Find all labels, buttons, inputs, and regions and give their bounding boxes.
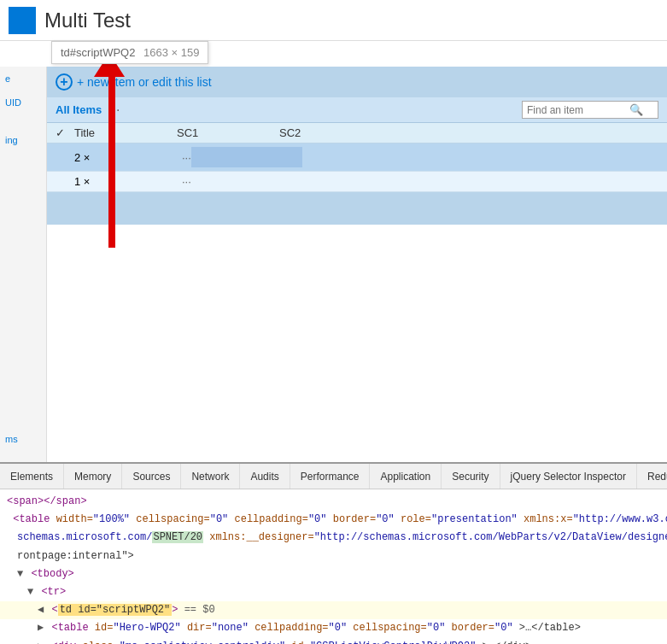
code-line-3: schemas.microsoft.com/SPNET/20 xmlns:__d…: [0, 529, 667, 547]
search-box[interactable]: 🔍: [522, 101, 658, 119]
tab-redux[interactable]: Redux: [637, 464, 667, 489]
plus-icon: +: [56, 73, 73, 91]
sp-toolbar: + + new item or edit this list: [47, 67, 667, 97]
tooltip-element-id: td#scriptWPQ2: [61, 46, 135, 59]
tab-elements[interactable]: Elements: [0, 464, 64, 489]
page-title: Multi Test: [44, 9, 131, 32]
row1-sc1-cell: [191, 147, 302, 167]
tab-performance[interactable]: Performance: [290, 464, 371, 489]
all-items-link[interactable]: All Items: [56, 103, 102, 116]
tab-audits[interactable]: Audits: [240, 464, 290, 489]
sidebar-item-uid[interactable]: UID: [0, 91, 46, 114]
code-line-6: ▼ <tr>: [0, 583, 667, 601]
sp-list-header: All Items ··· 🔍: [47, 97, 667, 123]
tab-sources[interactable]: Sources: [122, 464, 181, 489]
sidebar-item-e[interactable]: e: [0, 67, 46, 91]
element-tooltip: td#scriptWPQ2 1663 × 159: [51, 41, 208, 64]
sc1-col-header: SC1: [177, 126, 279, 139]
left-sidebar: e UID ing ms: [0, 67, 47, 468]
sidebar-item-blank2: [0, 152, 46, 166]
search-icon[interactable]: 🔍: [629, 103, 643, 116]
tab-application[interactable]: Application: [370, 464, 442, 489]
sidebar-item-ms[interactable]: ms: [0, 427, 23, 451]
sharepoint-content: + + new item or edit this list All Items…: [47, 67, 667, 225]
devtools-tabs: Elements Memory Sources Network Audits P…: [0, 464, 667, 489]
code-line-5: ▼ <tbody>: [0, 565, 667, 583]
tab-jquery[interactable]: jQuery Selector Inspector: [500, 464, 637, 489]
table-row[interactable]: 1 × ···: [47, 172, 667, 192]
row1-dots[interactable]: ···: [182, 151, 191, 164]
sidebar-item-blank1: [0, 114, 46, 128]
tooltip-dimensions: 1663 × 159: [143, 46, 199, 59]
row1-title: 2 ×: [74, 151, 177, 164]
sp-list-view: All Items ··· 🔍 ✓ Title SC1 SC2 2 × ··· …: [47, 97, 667, 192]
code-line-1: <span></span>: [0, 493, 667, 511]
top-bar: Multi Test: [0, 0, 667, 41]
tab-memory[interactable]: Memory: [64, 464, 122, 489]
row2-dots[interactable]: ···: [182, 175, 191, 188]
code-line-9: ▶ <div class="ms-csrlistview-controldiv"…: [0, 638, 667, 645]
tab-network[interactable]: Network: [181, 464, 240, 489]
new-item-button[interactable]: + + new item or edit this list: [56, 73, 212, 91]
app-icon: [9, 7, 36, 34]
search-input[interactable]: [527, 104, 629, 116]
devtools-panel: Elements Memory Sources Network Audits P…: [0, 462, 667, 644]
row2-title: 1 ×: [74, 175, 177, 188]
tab-security[interactable]: Security: [442, 464, 500, 489]
devtools-code-panel: <span></span> <table width="100%" cellsp…: [0, 489, 667, 644]
new-item-label: + new item or edit this list: [77, 75, 212, 89]
code-line-8: ▶ <table id="Hero-WPQ2" dir="none" cellp…: [0, 619, 667, 637]
code-line-2: <table width="100%" cellspacing="0" cell…: [0, 511, 667, 529]
table-header: ✓ Title SC1 SC2: [47, 123, 667, 143]
sidebar-item-ing[interactable]: ing: [0, 128, 46, 152]
title-col-header: Title: [74, 126, 177, 139]
code-line-7-highlighted[interactable]: ◀ <td id="scriptWPQ2"> == $0: [0, 601, 667, 619]
sc2-col-header: SC2: [279, 126, 365, 139]
check-col-header: ✓: [56, 126, 74, 139]
table-row[interactable]: 2 × ···: [47, 143, 667, 172]
list-more-options[interactable]: ···: [108, 102, 120, 118]
code-line-4: rontpage:internal">: [0, 547, 667, 565]
